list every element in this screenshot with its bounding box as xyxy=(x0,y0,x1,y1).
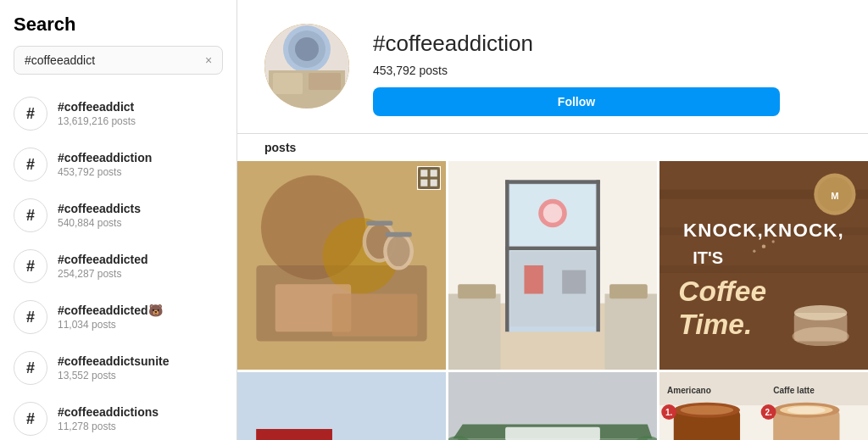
svg-point-103 xyxy=(681,405,734,415)
svg-rect-16 xyxy=(366,220,392,226)
list-item-posts: 13,552 posts xyxy=(58,370,169,382)
list-item-posts: 13,619,216 posts xyxy=(58,115,136,127)
hashtag-icon: # xyxy=(14,198,47,232)
list-item-posts: 254,287 posts xyxy=(58,268,148,280)
svg-point-57 xyxy=(794,305,848,320)
profile-section: #coffeeaddiction 453,792 posts Follow xyxy=(237,0,868,133)
search-input[interactable] xyxy=(14,46,223,75)
list-item-info: #coffeeaddictions 11,278 posts xyxy=(58,405,159,432)
hashtag-icon: # xyxy=(14,249,47,283)
svg-rect-13 xyxy=(332,294,418,337)
svg-rect-37 xyxy=(605,294,658,370)
svg-rect-38 xyxy=(458,284,496,298)
svg-point-18 xyxy=(387,236,410,266)
svg-rect-64 xyxy=(256,429,331,440)
svg-point-35 xyxy=(543,203,562,222)
grid-item-badge xyxy=(417,166,441,190)
hashtag-icon: # xyxy=(14,148,47,181)
hashtag-icon: # xyxy=(14,97,47,131)
grid-item[interactable] xyxy=(448,161,657,370)
svg-text:Caffe latte: Caffe latte xyxy=(773,386,815,395)
list-item[interactable]: # #coffeeaddictions 11,278 posts xyxy=(0,393,236,440)
svg-rect-7 xyxy=(309,73,341,90)
svg-text:Americano: Americano xyxy=(667,386,711,395)
list-item-info: #coffeeaddiction 453,792 posts xyxy=(58,151,152,178)
svg-rect-32 xyxy=(505,180,600,183)
svg-text:M: M xyxy=(831,191,838,201)
image-grid: M KNOCK,KNOCK, IT'S Coffee Time. xyxy=(237,161,868,440)
list-item-posts: 453,792 posts xyxy=(58,166,152,178)
sidebar-list: # #coffeeaddict 13,619,216 posts # #coff… xyxy=(0,85,236,440)
list-item-name: #coffeeaddictsunite xyxy=(58,354,169,368)
list-item[interactable]: # #coffeeaddict 13,619,216 posts xyxy=(0,88,236,139)
sidebar-title: Search xyxy=(14,14,223,36)
svg-text:Time.: Time. xyxy=(678,309,752,340)
svg-point-58 xyxy=(762,244,765,248)
svg-text:IT'S: IT'S xyxy=(693,248,723,267)
svg-rect-24 xyxy=(431,180,437,187)
svg-text:2.: 2. xyxy=(765,408,772,417)
list-item-info: #coffeeaddict 13,619,216 posts xyxy=(58,100,136,127)
list-item-posts: 11,034 posts xyxy=(58,319,163,331)
posts-section-label: posts xyxy=(237,133,868,161)
sidebar-header: Search × xyxy=(0,0,236,85)
svg-rect-42 xyxy=(562,270,586,294)
profile-name: #coffeeaddiction xyxy=(373,31,780,57)
list-item-info: #coffeeaddicted 254,287 posts xyxy=(58,253,148,280)
profile-info: #coffeeaddiction 453,792 posts Follow xyxy=(373,24,780,116)
list-item-name: #coffeeaddictions xyxy=(58,405,159,419)
svg-point-59 xyxy=(772,240,775,242)
profile-avatar xyxy=(264,24,349,109)
svg-text:Coffee: Coffee xyxy=(678,276,766,307)
clear-icon[interactable]: × xyxy=(201,53,216,68)
svg-point-107 xyxy=(787,406,826,414)
svg-text:1.: 1. xyxy=(665,408,673,417)
search-input-wrapper: × xyxy=(14,46,223,75)
sidebar: Search × # #coffeeaddict 13,619,216 post… xyxy=(0,0,237,440)
list-item-name: #coffeeaddicted xyxy=(58,253,148,266)
svg-rect-30 xyxy=(505,180,509,331)
grid-item[interactable]: M KNOCK,KNOCK, IT'S Coffee Time. xyxy=(659,161,868,370)
svg-rect-91 xyxy=(505,427,600,440)
list-item-name: #coffeeaddicted🐻 xyxy=(58,304,163,317)
list-item[interactable]: # #coffeeaddiction 453,792 posts xyxy=(0,139,236,190)
svg-point-4 xyxy=(295,37,319,61)
svg-rect-21 xyxy=(420,170,427,176)
hashtag-icon: # xyxy=(14,402,47,436)
svg-rect-19 xyxy=(385,232,411,237)
svg-rect-39 xyxy=(609,284,648,298)
list-item-info: #coffeeaddicted🐻 11,034 posts xyxy=(58,304,163,331)
list-item-name: #coffeeaddiction xyxy=(58,151,152,164)
list-item-posts: 11,278 posts xyxy=(58,421,159,432)
grid-item[interactable] xyxy=(448,372,657,440)
svg-text:KNOCK,KNOCK,: KNOCK,KNOCK, xyxy=(683,220,844,241)
svg-rect-41 xyxy=(524,265,542,294)
svg-rect-31 xyxy=(596,180,599,331)
list-item-name: #coffeeaddicts xyxy=(58,202,141,215)
profile-posts-count: 453,792 posts xyxy=(373,64,780,77)
svg-rect-23 xyxy=(420,180,427,187)
grid-item[interactable]: Americano Caffe latte 1. 2. Cappuccino xyxy=(659,372,868,440)
list-item-name: #coffeeaddict xyxy=(58,100,136,114)
grid-item[interactable]: COFFEE xyxy=(237,372,446,440)
list-item-info: #coffeeaddictsunite 13,552 posts xyxy=(58,354,169,382)
svg-rect-6 xyxy=(273,73,303,94)
svg-point-60 xyxy=(753,250,755,253)
list-item-posts: 540,884 posts xyxy=(58,217,141,229)
svg-rect-22 xyxy=(431,170,437,176)
list-item-info: #coffeeaddicts 540,884 posts xyxy=(58,202,141,229)
list-item[interactable]: # #coffeeaddicted🐻 11,034 posts xyxy=(0,292,236,343)
list-item[interactable]: # #coffeeaddicts 540,884 posts xyxy=(0,190,236,241)
grid-item[interactable] xyxy=(237,161,446,370)
svg-rect-47 xyxy=(659,265,868,273)
hashtag-icon: # xyxy=(14,300,47,334)
list-item[interactable]: # #coffeeaddictsunite 13,552 posts xyxy=(0,343,236,393)
svg-rect-36 xyxy=(448,294,501,370)
svg-rect-33 xyxy=(505,247,600,250)
main-content: #coffeeaddiction 453,792 posts Follow po… xyxy=(237,0,868,440)
follow-button[interactable]: Follow xyxy=(373,87,780,116)
list-item[interactable]: # #coffeeaddicted 254,287 posts xyxy=(0,241,236,292)
hashtag-icon: # xyxy=(14,351,47,385)
